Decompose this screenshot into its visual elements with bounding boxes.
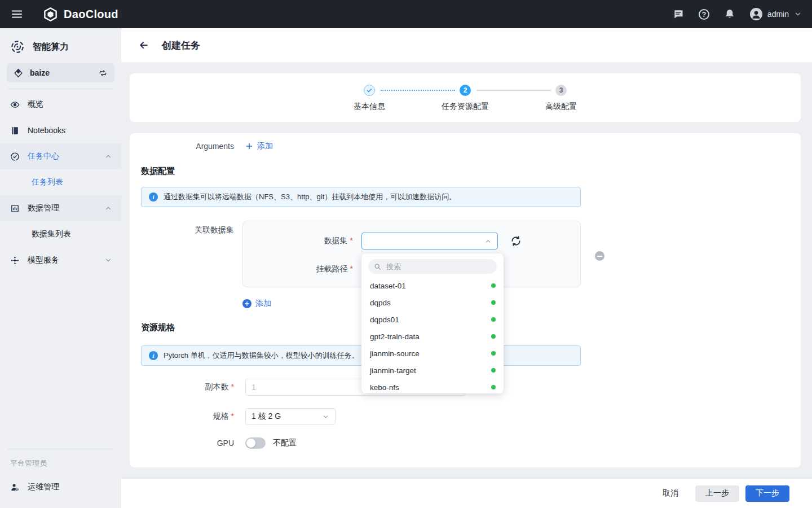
- check-icon: [366, 87, 373, 94]
- linked-dataset-label: 关联数据集: [130, 221, 234, 235]
- main-content: 创建任务 基本信息 2 任务资源配置 3 高级配置 Arguments 添加 数…: [121, 28, 812, 508]
- required-mark: *: [350, 264, 353, 273]
- task-center-icon: [10, 152, 20, 161]
- chevron-down-icon: [104, 256, 112, 264]
- sidebar-item-notebooks[interactable]: Notebooks: [0, 117, 121, 143]
- username: admin: [767, 10, 789, 19]
- workspace-selector[interactable]: baize: [7, 63, 114, 82]
- add-argument-button[interactable]: 添加: [245, 141, 273, 151]
- spec-label-text: 规格: [213, 411, 229, 421]
- model-service-icon: [10, 256, 20, 265]
- chevron-up-icon: [484, 238, 492, 245]
- gpu-row: GPU 不配置: [130, 437, 801, 449]
- step-number: 3: [559, 86, 563, 94]
- step-connector-dotted: [381, 90, 455, 91]
- message-icon[interactable]: [673, 8, 684, 20]
- next-step-button[interactable]: 下一步: [745, 485, 789, 502]
- footer-actions: 取消 上一步 下一步: [121, 479, 812, 508]
- sidebar-item-label: 数据管理: [28, 203, 96, 213]
- avatar: [750, 8, 762, 20]
- user-menu[interactable]: admin: [750, 8, 802, 20]
- data-chart-icon: [10, 204, 20, 213]
- daocloud-cube-icon: [43, 7, 58, 22]
- dataset-group-card: 数据集*: [242, 221, 581, 287]
- arguments-label: Arguments: [130, 142, 234, 151]
- switch-workspace-icon[interactable]: [98, 68, 108, 78]
- cancel-button[interactable]: 取消: [659, 485, 682, 502]
- step-3-label: 高级配置: [516, 102, 606, 112]
- back-arrow-icon[interactable]: [138, 40, 149, 51]
- dropdown-option[interactable]: dqpds: [361, 294, 504, 311]
- dropdown-option[interactable]: jianmin-source: [361, 345, 504, 362]
- option-label: dqpds01: [370, 316, 399, 324]
- plus-circle-icon: [242, 299, 251, 308]
- step-3-circle: 3: [555, 85, 567, 96]
- dropdown-search[interactable]: [368, 259, 497, 274]
- status-dot-green: [491, 351, 496, 356]
- help-glyph: ?: [701, 10, 706, 19]
- dataset-select-wrap: dataset-01 dqpds dqpds01 gpt2-train-data: [361, 233, 498, 249]
- dataset-info-banner: i 通过数据集可以将远端数据（NFS、S3、http、git）挂载到本地使用，可…: [141, 187, 581, 207]
- module-title: 智能算力: [33, 41, 69, 53]
- chevron-down-icon: [794, 10, 802, 18]
- help-icon[interactable]: ?: [699, 9, 709, 20]
- option-label: dqpds: [370, 299, 391, 307]
- option-label: gpt2-train-data: [370, 332, 420, 341]
- status-dot-green: [491, 334, 496, 339]
- notebook-icon: [10, 126, 20, 135]
- replicas-label-text: 副本数: [205, 382, 229, 391]
- add-argument-label: 添加: [257, 141, 273, 151]
- sidebar-item-label: 概览: [28, 99, 112, 110]
- spec-row: 规格* 1 核 2 G: [130, 408, 801, 425]
- remove-dataset-icon[interactable]: [595, 251, 604, 261]
- sidebar-item-label: 运维管理: [28, 482, 112, 492]
- sidebar-item-overview[interactable]: 概览: [0, 91, 121, 117]
- dropdown-option[interactable]: jianmin-target: [361, 362, 504, 379]
- dataset-field-row: 数据集*: [243, 233, 580, 249]
- dataset-select[interactable]: [361, 233, 498, 249]
- sidebar-item-task-center[interactable]: 任务中心: [0, 143, 121, 169]
- sidebar-divider: [8, 89, 113, 89]
- dataset-dropdown: dataset-01 dqpds dqpds01 gpt2-train-data: [361, 253, 504, 393]
- brand-logo[interactable]: DaoCloud: [43, 7, 118, 22]
- page-title: 创建任务: [162, 39, 200, 52]
- dropdown-option[interactable]: dqpds01: [361, 311, 504, 328]
- spec-label: 规格*: [130, 411, 234, 422]
- brand-name: DaoCloud: [64, 8, 118, 21]
- info-icon: i: [149, 192, 158, 202]
- info-icon: i: [149, 351, 158, 360]
- spec-select[interactable]: 1 核 2 G: [245, 408, 336, 425]
- info-glyph: i: [152, 352, 154, 359]
- sidebar-footer: 平台管理员 运维管理: [0, 443, 121, 500]
- sidebar-divider: [8, 449, 113, 449]
- spec-value: 1 核 2 G: [251, 411, 281, 422]
- replicas-label: 副本数*: [130, 382, 234, 392]
- dropdown-option[interactable]: gpt2-train-data: [361, 328, 504, 345]
- dropdown-option[interactable]: kebo-nfs: [361, 379, 504, 393]
- workspace-name: baize: [30, 68, 91, 77]
- required-mark: *: [350, 236, 353, 245]
- toggle-knob: [246, 439, 255, 448]
- sidebar-subitem-label: 任务列表: [32, 177, 63, 187]
- info-glyph: i: [152, 194, 154, 200]
- sidebar-item-model-service[interactable]: 模型服务: [0, 247, 121, 273]
- arguments-row: Arguments 添加: [130, 141, 801, 151]
- add-dataset-button[interactable]: 添加: [242, 299, 271, 309]
- sidebar-item-ops-management[interactable]: 运维管理: [0, 474, 121, 500]
- refresh-icon[interactable]: [510, 235, 522, 247]
- dataset-label-text: 数据集: [324, 236, 348, 245]
- topbar: DaoCloud ? admin: [0, 0, 812, 28]
- hamburger-menu-icon[interactable]: [10, 7, 24, 21]
- sidebar-item-label: Notebooks: [28, 126, 112, 135]
- sidebar-item-task-list[interactable]: 任务列表: [0, 169, 121, 195]
- step-number: 2: [464, 86, 467, 94]
- sidebar-item-dataset-list[interactable]: 数据集列表: [0, 221, 121, 247]
- task-form: Arguments 添加 数据配置 i 通过数据集可以将远端数据（NFS、S3、…: [130, 133, 801, 467]
- previous-step-button[interactable]: 上一步: [695, 485, 739, 502]
- mount-path-label: 挂载路径*: [243, 264, 353, 274]
- gpu-toggle[interactable]: [245, 437, 266, 449]
- notifications-bell-icon[interactable]: [724, 8, 735, 20]
- dropdown-search-input[interactable]: [385, 262, 491, 271]
- sidebar-item-data-management[interactable]: 数据管理: [0, 195, 121, 221]
- dropdown-option[interactable]: dataset-01: [361, 277, 504, 294]
